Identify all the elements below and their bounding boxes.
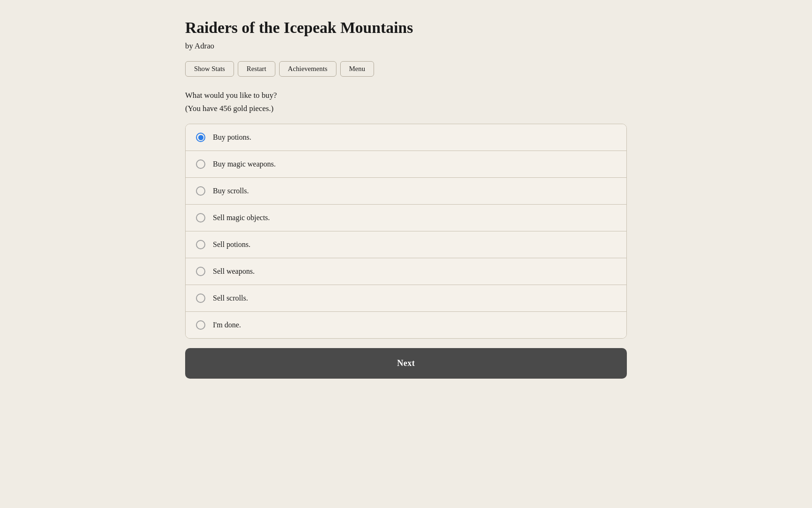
- choice-item-buy-magic-weapons[interactable]: Buy magic weapons.: [186, 151, 626, 178]
- choice-label-sell-potions: Sell potions.: [213, 240, 250, 249]
- radio-sell-potions[interactable]: [196, 240, 205, 249]
- gold-info: (You have 456 gold pieces.): [185, 104, 627, 113]
- radio-sell-scrolls[interactable]: [196, 294, 205, 303]
- game-author: by Adrao: [185, 41, 627, 51]
- choice-label-sell-scrolls: Sell scrolls.: [213, 294, 248, 302]
- choice-item-im-done[interactable]: I'm done.: [186, 312, 626, 338]
- choice-item-buy-potions[interactable]: Buy potions.: [186, 124, 626, 151]
- radio-sell-weapons[interactable]: [196, 267, 205, 276]
- prompt-question: What would you like to buy?: [185, 91, 627, 100]
- menu-button[interactable]: Menu: [340, 61, 374, 77]
- next-button[interactable]: Next: [185, 348, 627, 379]
- achievements-button[interactable]: Achievements: [279, 61, 336, 77]
- choice-label-im-done: I'm done.: [213, 321, 241, 329]
- radio-buy-potions[interactable]: [196, 133, 205, 142]
- choice-label-buy-scrolls: Buy scrolls.: [213, 187, 249, 195]
- choice-label-sell-magic-objects: Sell magic objects.: [213, 214, 270, 222]
- radio-buy-scrolls[interactable]: [196, 186, 205, 196]
- toolbar: Show Stats Restart Achievements Menu: [185, 61, 627, 77]
- choice-item-sell-magic-objects[interactable]: Sell magic objects.: [186, 205, 626, 231]
- show-stats-button[interactable]: Show Stats: [185, 61, 234, 77]
- choice-item-sell-potions[interactable]: Sell potions.: [186, 231, 626, 258]
- choice-item-buy-scrolls[interactable]: Buy scrolls.: [186, 178, 626, 205]
- choices-container: Buy potions.Buy magic weapons.Buy scroll…: [185, 124, 627, 339]
- choice-item-sell-scrolls[interactable]: Sell scrolls.: [186, 285, 626, 312]
- radio-sell-magic-objects[interactable]: [196, 213, 205, 222]
- game-title: Raiders of the Icepeak Mountains: [185, 19, 627, 37]
- radio-buy-magic-weapons[interactable]: [196, 159, 205, 169]
- choice-label-sell-weapons: Sell weapons.: [213, 267, 255, 276]
- choice-label-buy-potions: Buy potions.: [213, 133, 251, 142]
- choice-label-buy-magic-weapons: Buy magic weapons.: [213, 160, 276, 168]
- page-container: Raiders of the Icepeak Mountains by Adra…: [185, 19, 627, 489]
- radio-im-done[interactable]: [196, 320, 205, 330]
- restart-button[interactable]: Restart: [238, 61, 275, 77]
- choice-item-sell-weapons[interactable]: Sell weapons.: [186, 258, 626, 285]
